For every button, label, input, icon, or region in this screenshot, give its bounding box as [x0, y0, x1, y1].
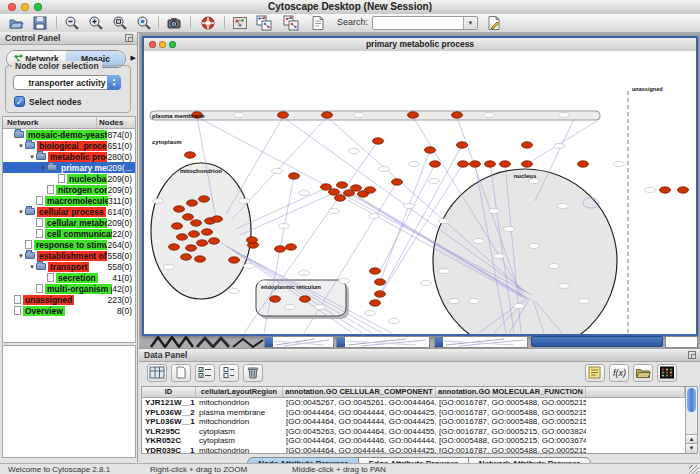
- network-node[interactable]: [452, 112, 463, 118]
- network-node[interactable]: [322, 112, 333, 118]
- tree-row[interactable]: macromolecule311(0): [3, 195, 135, 206]
- network-node[interactable]: [375, 291, 386, 297]
- background-window[interactable]: [264, 336, 334, 348]
- network-node[interactable]: [678, 187, 689, 193]
- network-node[interactable]: [195, 256, 206, 262]
- annotation-icon[interactable]: [310, 15, 326, 31]
- expand-triangle-icon[interactable]: ▼: [28, 264, 36, 270]
- network-node[interactable]: [335, 195, 346, 201]
- network-node[interactable]: [174, 206, 185, 212]
- network-node[interactable]: [365, 187, 376, 193]
- network-node[interactable]: [247, 237, 258, 243]
- network-node[interactable]: [329, 189, 340, 195]
- table-row[interactable]: YKR052Ccytoplasm[GO:0044464, GO:0044446,…: [142, 436, 685, 446]
- select-attributes-icon[interactable]: [195, 364, 215, 382]
- unselect-attributes-icon[interactable]: [219, 364, 239, 382]
- scrollbar-thumb[interactable]: [687, 388, 696, 412]
- network-node[interactable]: [457, 142, 468, 148]
- network-node[interactable]: [370, 300, 381, 306]
- background-window-titlebar[interactable]: [531, 336, 663, 347]
- search-config-icon[interactable]: [486, 15, 502, 31]
- delete-attribute-trash-icon[interactable]: [243, 364, 263, 382]
- network-window-titlebar[interactable]: primary metabolic process: [144, 38, 696, 52]
- snapshot-camera-icon[interactable]: [166, 15, 182, 31]
- network-node[interactable]: [187, 200, 198, 206]
- edge[interactable]: [232, 117, 327, 219]
- tabs-overflow-arrow-icon[interactable]: ▶: [131, 54, 136, 62]
- network-node[interactable]: [185, 152, 196, 158]
- table-row[interactable]: YJR121W__1mitochondrion[GO:0045267, GO:0…: [142, 398, 685, 408]
- network-node[interactable]: [199, 196, 210, 202]
- edge[interactable]: [380, 164, 435, 271]
- notes-icon[interactable]: [585, 364, 605, 382]
- function-builder-icon[interactable]: f(x): [609, 364, 629, 382]
- minimized-network-thumbnail[interactable]: [149, 336, 269, 348]
- save-icon[interactable]: [32, 15, 48, 31]
- search-input[interactable]: [374, 17, 464, 28]
- table-column-header[interactable]: cellularLayoutRegion: [196, 387, 283, 397]
- background-window-corner[interactable]: [665, 336, 698, 348]
- network-node[interactable]: [181, 254, 192, 260]
- node-color-dropdown[interactable]: transporter activity ▲▼: [13, 75, 121, 90]
- background-window[interactable]: [434, 336, 528, 348]
- help-lifering-icon[interactable]: [200, 15, 216, 31]
- network-node[interactable]: [197, 240, 208, 246]
- table-column-header[interactable]: annotation.GO MOLECULAR_FUNCTION: [436, 387, 586, 397]
- network-node[interactable]: [209, 238, 220, 244]
- network-node[interactable]: [373, 138, 384, 144]
- tree-row[interactable]: cell communicat22(0): [3, 228, 135, 239]
- search-dropdown-arrow-icon[interactable]: ▼: [463, 17, 477, 29]
- network-node[interactable]: [578, 161, 589, 167]
- network-window[interactable]: primary metabolic process: [142, 36, 698, 336]
- network-node[interactable]: [212, 216, 223, 222]
- edge[interactable]: [236, 188, 326, 229]
- zoom-in-icon[interactable]: [88, 15, 104, 31]
- network-node[interactable]: [470, 161, 481, 167]
- expand-triangle-icon[interactable]: ▼: [39, 165, 47, 171]
- network-node[interactable]: [169, 244, 180, 250]
- import-network-icon[interactable]: [256, 15, 272, 31]
- expand-triangle-icon[interactable]: ▼: [28, 154, 36, 160]
- network-node[interactable]: [375, 279, 386, 285]
- resize-grip[interactable]: [689, 465, 699, 474]
- window-titlebar[interactable]: Cytoscape Desktop (New Session): [0, 0, 700, 15]
- network-node[interactable]: [289, 173, 300, 179]
- network-node[interactable]: [337, 182, 348, 188]
- tree-row[interactable]: ▼primary metabolic209(...: [3, 162, 135, 173]
- tree-row[interactable]: ▼establishment of lo558(0): [3, 250, 135, 261]
- expand-triangle-icon[interactable]: ▼: [17, 209, 25, 215]
- float-data-panel-icon[interactable]: [688, 351, 696, 359]
- tree-row[interactable]: ▼biological_process651(0): [3, 140, 135, 151]
- network-node[interactable]: [189, 231, 200, 237]
- zoom-fit-icon[interactable]: [112, 15, 128, 31]
- tree-row[interactable]: ▼metabolic process280(0): [3, 151, 135, 162]
- network-node[interactable]: [500, 161, 511, 167]
- new-attribute-icon[interactable]: [171, 364, 191, 382]
- network-node[interactable]: [485, 161, 496, 167]
- table-scrollbar[interactable]: ▲ ▼: [685, 386, 698, 454]
- tree-row[interactable]: nitrogen compo209(0): [3, 184, 135, 195]
- export-network-icon[interactable]: [283, 15, 299, 31]
- birdseye-view[interactable]: [2, 345, 136, 458]
- matrix-icon[interactable]: [657, 364, 677, 382]
- network-node[interactable]: [408, 112, 419, 118]
- vizmapper-icon[interactable]: [232, 15, 248, 31]
- network-node[interactable]: [286, 244, 297, 250]
- zoom-out-icon[interactable]: [64, 15, 80, 31]
- table-row[interactable]: YLR295Ccytoplasm[GO:0045263, GO:0044464,…: [142, 427, 685, 437]
- network-node[interactable]: [270, 296, 281, 302]
- tree-row[interactable]: multi-organism pro42(0): [3, 283, 135, 294]
- tree-row[interactable]: Overview8(0): [3, 305, 135, 316]
- network-node[interactable]: [370, 268, 381, 274]
- table-row[interactable]: YPL036W__2plasma membrane[GO:0044464, GO…: [142, 408, 685, 418]
- table-column-header[interactable]: ID: [142, 387, 196, 397]
- tree-row[interactable]: response to stimulu264(0): [3, 239, 135, 250]
- import-attributes-folder-icon[interactable]: [633, 364, 653, 382]
- network-node[interactable]: [458, 161, 469, 167]
- tree-row[interactable]: nucleobase-209(0): [3, 173, 135, 184]
- network-node[interactable]: [522, 142, 533, 148]
- network-node[interactable]: [522, 161, 533, 167]
- network-canvas[interactable]: plasma membrane cytoplasm mitochondrion …: [144, 51, 696, 334]
- tree-row[interactable]: unassigned223(0): [3, 294, 135, 305]
- tree-row[interactable]: ▼cellular process614(0): [3, 206, 135, 217]
